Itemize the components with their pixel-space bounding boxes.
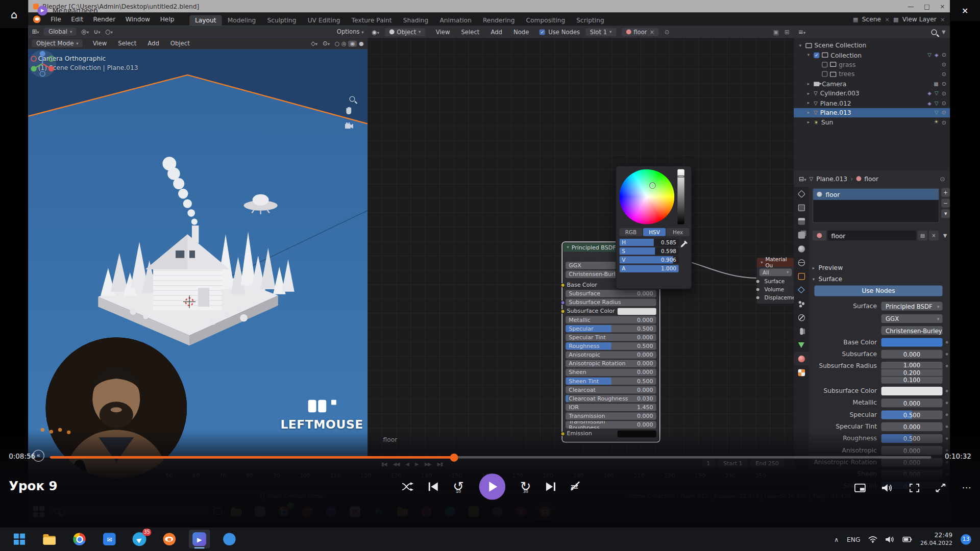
shading-wireframe-icon[interactable]: ○ [335,40,340,46]
expand-icon[interactable]: ▾ [805,53,811,58]
picker-slider-a[interactable]: A1.000 [619,265,678,272]
workspace-tab-layout[interactable]: Layout [189,15,222,26]
properties-tab-tool[interactable] [794,187,808,201]
more-options-button[interactable]: ⋯ [962,482,971,493]
workspace-tab-texture-paint[interactable]: Texture Paint [346,15,398,26]
editor-type-icon[interactable]: ⊟▾ [799,175,806,182]
eyedropper-icon[interactable] [680,240,688,248]
outliner-item-trees[interactable]: trees⊙ [794,69,950,79]
menu-file[interactable]: File [45,14,66,23]
scene-selector[interactable]: Scene [862,16,881,22]
property-dropdown-ggx[interactable]: GGX▾ [881,314,943,323]
checkbox-trees[interactable] [822,71,827,77]
value-field-specular[interactable]: 0.500 [881,410,943,419]
value-field[interactable]: 0.100 [881,377,943,383]
node-row-specular-tint[interactable]: Specular Tint0.000 [566,334,656,341]
outliner-item-collection[interactable]: ▾✓Collection▽◈⊙ [794,50,950,60]
app-file-explorer[interactable] [39,530,60,548]
material-slot-item[interactable]: floor [813,189,939,200]
value-field[interactable]: 0.200 [881,369,943,376]
proportional-edit-icon[interactable]: ○▾ [105,28,112,35]
node-row-sheen[interactable]: Sheen0.000 [566,368,656,376]
eye-icon[interactable]: ⊙ [942,81,946,87]
tray-chevron-icon[interactable]: ∧ [834,536,839,542]
app-telegram[interactable]: ▶35 [129,530,150,548]
value-slider[interactable] [677,169,684,224]
expand-icon[interactable]: ▸ [805,101,811,106]
node-row-anisotropic-rotation[interactable]: Anisotropic Rotation0.000 [566,360,656,367]
add-slot-button[interactable]: + [941,188,950,197]
outliner-item-grass[interactable]: grass⊙ [794,60,950,69]
remove-slot-button[interactable]: − [941,198,950,207]
options-dropdown[interactable]: Options ▾ [337,28,364,35]
skip-back-10-button[interactable]: ↺10 [453,480,464,493]
node-row-subsurface-color[interactable]: Subsurface Color [566,307,656,315]
taskbar-clock[interactable]: 22:49 26.04.2022 [920,532,952,546]
material-name-field[interactable]: floor [827,231,916,241]
property-dropdown-christensen-burley[interactable]: Christensen-Burley▾ [881,326,943,335]
outliner-item-plane-013[interactable]: ▸▽Plane.013▽⊙ [794,108,950,118]
editor-type-icon[interactable]: ≡▾ [798,29,806,35]
picker-tab-rgb[interactable]: RGB [619,228,642,236]
viewport-menu-select[interactable]: Select [113,39,141,48]
input-socket[interactable] [755,279,760,284]
properties-tab-physics[interactable] [794,311,808,324]
blender-logo-icon[interactable] [33,15,41,23]
player-close-button[interactable]: ✕ [950,0,980,21]
animate-dot[interactable] [946,425,948,428]
blender-minimize-button[interactable]: — [908,3,914,10]
new-material-button[interactable]: ▤ [918,231,928,241]
overlays-icon[interactable]: ⊙▾ [323,40,330,46]
input-socket[interactable] [560,283,565,288]
viewport-menu-add[interactable]: Add [142,39,164,48]
node-row-subsurface-radius[interactable]: Subsurface Radius [566,298,656,306]
wifi-icon[interactable] [868,536,877,542]
surface-section-header[interactable]: ▾Surface [813,276,842,282]
expand-button[interactable] [936,484,946,492]
eye-icon[interactable]: ⊙ [942,119,946,126]
node-row-clearcoat[interactable]: Clearcoat0.000 [566,386,656,394]
eye-icon[interactable]: ⊙ [942,62,946,68]
value-field-subsurface[interactable]: 0.000 [881,350,943,359]
play-button[interactable] [479,473,505,499]
properties-tab-output[interactable] [794,214,808,228]
eye-icon[interactable]: ⊙ [942,71,946,77]
video-area[interactable]: Blender [C:\Users\Admin\Desktop\untitled… [0,0,980,527]
workspace-tab-sculpting[interactable]: Sculpting [261,15,302,26]
replay-button[interactable]: « [33,450,44,462]
eye-icon[interactable]: ⊙ [942,90,946,96]
expand-icon[interactable]: ▸ [805,91,811,96]
workspace-tab-animation[interactable]: Animation [434,15,477,26]
previous-track-button[interactable] [429,482,438,491]
properties-tab-view-layer[interactable] [794,228,808,242]
progress-bar[interactable] [50,456,932,459]
app-media-player[interactable]: ▶ [189,530,210,548]
value-field-metallic[interactable]: 0.000 [881,398,943,407]
node-row-specular[interactable]: Specular0.500 [566,325,656,333]
use-nodes-button[interactable]: Use Nodes [815,286,943,296]
outliner-item-cylinder-003[interactable]: ▸▽Cylinder.003◈▽⊙ [794,89,950,98]
properties-tab-object-data[interactable] [794,338,808,352]
shading-material-icon[interactable]: ◉ [348,40,357,46]
app-edge-browser[interactable] [219,530,240,548]
color-swatch-subsurface-color[interactable] [881,387,943,395]
node-row-metallic[interactable]: Metallic0.000 [566,316,656,324]
animate-dot[interactable] [946,353,948,356]
color-swatch-base-color[interactable] [881,338,943,346]
shader-menu-select[interactable]: Select [456,27,484,36]
snap-magnet-icon[interactable]: ∪▾ [94,28,101,35]
move-view-hand-icon[interactable] [345,107,359,120]
expand-icon[interactable]: ▸ [805,110,811,115]
input-socket[interactable] [755,295,760,300]
viewport-menu-view[interactable]: View [88,39,112,48]
outliner-item-scene-collection[interactable]: ▾Scene Collection [794,41,950,51]
zoom-icon[interactable] [345,92,359,106]
outliner-item-sun[interactable]: ▸☀Sun☀⊙ [794,117,950,127]
transform-orientation-dropdown[interactable]: Global▾ [44,28,76,36]
eye-icon[interactable]: ⊙ [942,100,946,106]
color-picker-popup[interactable]: RGBHSVHex H0.585S0.598V0.906A1.000 [616,165,692,289]
properties-tab-modifiers[interactable] [794,283,808,297]
view-layer-selector[interactable]: View Layer [902,16,937,22]
mini-player-button[interactable] [854,484,866,492]
pin-icon[interactable]: ⊙ [665,29,670,35]
